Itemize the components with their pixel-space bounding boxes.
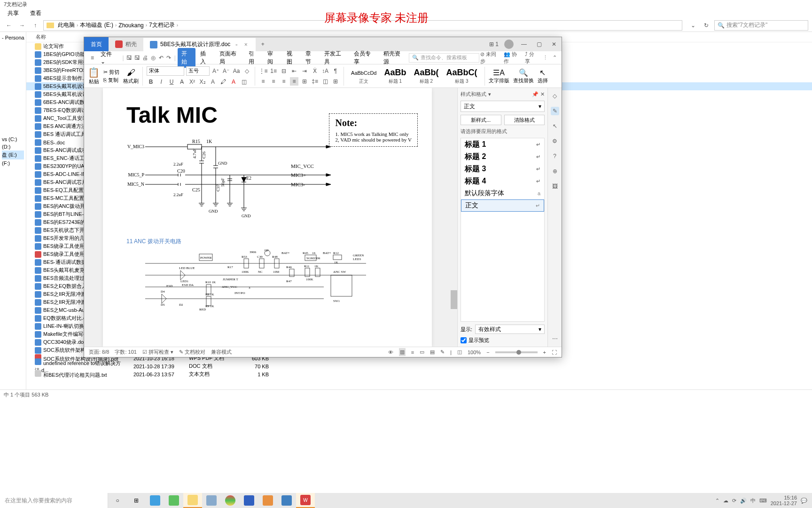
task-view-icon[interactable]: ⊞ — [127, 493, 146, 508]
task-app2-icon[interactable] — [258, 493, 277, 508]
menu-share[interactable]: 共享 — [8, 9, 19, 18]
font-size[interactable] — [186, 66, 210, 76]
coop-button[interactable]: 👥 协作 — [504, 51, 520, 65]
redo-icon[interactable]: ↷ — [165, 54, 172, 62]
explorer-search[interactable]: 🔍 搜索"7文档记录" — [714, 20, 808, 31]
file-row[interactable]: 和BES代理讨论相关问题.txt2021-06-23 13:57文本文档1 KB — [26, 370, 812, 378]
indent-icon[interactable]: ⇥ — [300, 67, 309, 75]
tray-chevron-icon[interactable]: ⌃ — [715, 498, 719, 504]
font-name[interactable] — [147, 66, 184, 76]
tray-keyboard-icon[interactable]: ⌨ — [759, 498, 767, 504]
zoom-level[interactable]: 100% — [468, 349, 481, 355]
show-combo[interactable]: 有效样式▾ — [475, 325, 545, 334]
side-diamond-icon[interactable]: ◇ — [551, 92, 559, 100]
command-search[interactable]: 🔍查找命令、搜索模板 — [409, 53, 479, 63]
side-more-icon[interactable]: ⋯ — [551, 334, 559, 343]
side-location-icon[interactable]: ⊕ — [551, 167, 559, 175]
side-cursor-icon[interactable]: ↖ — [551, 122, 559, 130]
panel-close-icon[interactable]: ✕ — [540, 91, 545, 97]
italic-icon[interactable]: I — [157, 78, 165, 86]
font-effect-icon[interactable]: A — [209, 78, 217, 86]
clear-format-icon[interactable]: ◇ — [242, 67, 251, 75]
distribute-icon[interactable]: ⊞ — [300, 77, 309, 86]
nav-tree[interactable]: - Persona vs (C:) (D:) 盘 (E:) (F:) — [0, 32, 26, 389]
style-preset[interactable]: AaBb标题 1 — [381, 66, 409, 86]
style-list-item[interactable]: 标题 2↵ — [461, 151, 544, 163]
word-count[interactable]: 字数: 101 — [115, 349, 136, 356]
fit-icon[interactable]: ◫ — [457, 349, 462, 355]
current-style[interactable]: 正文▾ — [461, 101, 545, 112]
numbering-icon[interactable]: 1≡ — [269, 67, 278, 75]
sync-status[interactable]: ⊘ 未同步 — [480, 51, 499, 65]
save-as-icon[interactable]: 🖫 — [134, 54, 141, 62]
close-icon[interactable]: ✕ — [547, 37, 562, 51]
tray-clock[interactable]: 15:162021-12-27 — [771, 495, 797, 506]
cut-button[interactable]: ✂ 剪切 — [103, 69, 119, 76]
preview-checkbox[interactable]: 显示预览 — [461, 337, 545, 344]
style-list-item[interactable]: 标题 4↵ — [461, 175, 544, 187]
document-area[interactable]: Talk MIC Note: 1. MIC5 work as Talking M… — [84, 88, 451, 347]
task-wechat-icon[interactable] — [164, 493, 183, 508]
outdent-icon[interactable]: ⇤ — [290, 67, 298, 75]
case-icon[interactable]: Aa — [232, 67, 241, 75]
bullets-icon[interactable]: ⋮≡ — [259, 67, 267, 75]
tray-notifications-icon[interactable]: 💬 — [801, 498, 807, 504]
crumb-3[interactable]: 7文档记录 — [149, 21, 175, 29]
task-photos-icon[interactable] — [277, 493, 296, 508]
tree-item[interactable]: 盘 (E:) — [2, 151, 24, 159]
task-explorer-icon[interactable] — [183, 493, 202, 508]
zoom-slider[interactable] — [495, 351, 538, 353]
typeset-button[interactable]: ☰A文字排版 — [489, 68, 509, 84]
task-wps-icon[interactable]: W — [296, 493, 315, 508]
tree-item[interactable]: - Persona — [2, 34, 24, 41]
nav-back-icon[interactable]: ← — [4, 20, 14, 31]
align-center-icon[interactable]: ≡ — [269, 77, 278, 86]
view-web-icon[interactable]: ▤ — [430, 349, 435, 355]
task-cortana-icon[interactable]: ○ — [108, 493, 127, 508]
style-list-item[interactable]: 标题 1↵ — [461, 138, 544, 151]
sort-icon[interactable]: Ẋ — [311, 67, 319, 75]
crumb-2[interactable]: Zhoukang — [118, 22, 143, 29]
shading-icon[interactable]: ◫ — [240, 78, 248, 86]
clear-format-button[interactable]: 清除格式 — [504, 115, 545, 125]
sort2-icon[interactable]: ↕A — [321, 67, 329, 75]
tab-menu-icon[interactable]: ▫ — [233, 41, 240, 48]
align-justify-icon[interactable]: ≡ — [290, 77, 298, 86]
zoom-in-icon[interactable]: + — [543, 349, 546, 355]
chevron-icon[interactable]: ⌃ — [553, 55, 557, 61]
proofread[interactable]: ✎ 文档校对 — [179, 349, 205, 356]
tree-item[interactable]: (D:) — [2, 143, 24, 151]
side-help-icon[interactable]: ? — [551, 152, 559, 160]
undo-icon[interactable]: ↶ — [157, 54, 164, 62]
borders-icon[interactable]: ⊞ — [331, 77, 340, 86]
shrink-font-icon[interactable]: A⁻ — [222, 67, 230, 75]
tab-close-icon[interactable]: × — [242, 41, 249, 48]
view-page-icon[interactable]: ▥ — [399, 348, 406, 356]
pin-icon[interactable]: 📌 — [532, 91, 539, 97]
tray-onedrive-icon[interactable]: ☁ — [723, 498, 728, 504]
maximize-icon[interactable]: ▢ — [531, 37, 547, 51]
copy-button[interactable]: ⎘ 复制 — [103, 77, 119, 84]
file-row[interactable]: undefined reference to错误解决方法.d...2021-10… — [26, 362, 812, 370]
view-eye-icon[interactable]: 👁 — [388, 349, 393, 355]
format-painter[interactable]: 🖌格式刷 — [123, 68, 139, 85]
view-reading-icon[interactable]: ▭ — [420, 349, 424, 355]
line-spacing-icon[interactable]: ‡≡ — [311, 77, 319, 86]
strike-icon[interactable]: A̵ — [178, 78, 186, 86]
view-draft-icon[interactable]: ✎ — [440, 349, 445, 355]
select-button[interactable]: ↖选择 — [538, 68, 548, 84]
page-status[interactable]: 页面: 8/8 — [89, 349, 109, 356]
share-button[interactable]: ⤴ 分享 — [525, 51, 538, 65]
tree-item[interactable]: (F:) — [2, 159, 24, 167]
avatar[interactable] — [501, 37, 516, 51]
tray-volume-icon[interactable]: 🔊 — [740, 498, 747, 504]
style-list-item[interactable]: 正文↵ — [461, 199, 544, 212]
outline-icon[interactable]: ⊟ — [280, 67, 288, 75]
task-terminal-icon[interactable] — [240, 493, 258, 508]
menu-view[interactable]: 查看 — [30, 9, 41, 18]
font-color-icon[interactable]: A — [229, 78, 238, 86]
col-name[interactable]: 名称 — [36, 33, 46, 40]
nav-fwd-icon[interactable]: → — [17, 20, 27, 31]
spell-check[interactable]: ☑ 拼写检查 ▾ — [142, 349, 173, 356]
dropdown-icon[interactable]: ⌄ — [688, 20, 698, 31]
